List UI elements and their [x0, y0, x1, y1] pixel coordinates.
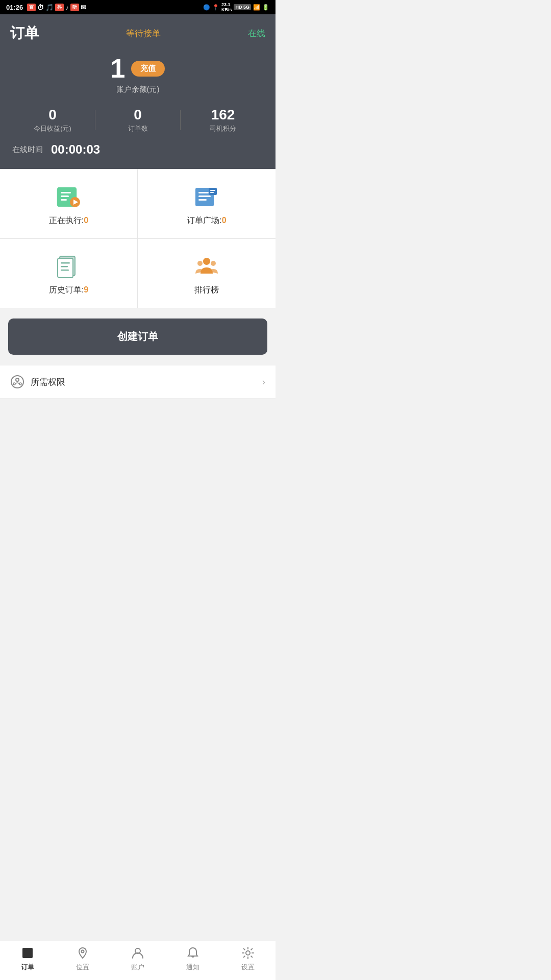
permissions-row[interactable]: 所需权限 › — [0, 365, 276, 399]
svg-rect-18 — [61, 266, 68, 267]
svg-point-26 — [19, 383, 21, 385]
ranking-icon — [193, 253, 220, 280]
chevron-right-icon: › — [262, 377, 265, 387]
online-time-row: 在线时间 00:00:03 — [10, 135, 265, 157]
executing-label: 正在执行:0 — [49, 215, 88, 226]
stat-points-label: 司机积分 — [210, 124, 236, 133]
grid-card-executing[interactable]: 正在执行:0 — [0, 169, 138, 239]
stat-points-value: 162 — [211, 107, 235, 123]
svg-point-25 — [13, 383, 15, 385]
history-label: 历史订单:9 — [49, 285, 88, 296]
create-order-button[interactable]: 创建订单 — [8, 318, 267, 355]
create-order-section: 创建订单 — [0, 308, 276, 365]
balance-row: 1 充值 — [111, 55, 165, 82]
page-title: 订单 — [10, 23, 39, 43]
balance-amount: 1 — [111, 55, 126, 82]
svg-rect-4 — [61, 199, 67, 201]
permissions-label: 所需权限 — [31, 376, 65, 388]
stat-earnings-value: 0 — [48, 107, 57, 123]
svg-rect-2 — [61, 192, 71, 193]
recharge-button[interactable]: 充值 — [131, 61, 165, 77]
svg-point-20 — [203, 258, 210, 265]
stat-order-label: 订单数 — [128, 124, 148, 133]
balance-label: 账户余额(元) — [116, 85, 160, 94]
svg-point-24 — [16, 378, 19, 381]
header-panel: 订单 等待接单 在线 1 充值 账户余额(元) 0 今日收益(元) 0 订单数 … — [0, 14, 276, 169]
status-time: 01:26 — [6, 4, 23, 11]
executing-icon — [56, 184, 82, 210]
svg-rect-19 — [61, 270, 69, 271]
gray-spacer — [0, 399, 276, 491]
order-square-icon — [193, 184, 220, 210]
header-top: 订单 等待接单 在线 — [10, 14, 265, 49]
online-time-label: 在线时间 — [12, 145, 43, 155]
svg-rect-8 — [198, 192, 209, 193]
order-square-label: 订单广场:0 — [187, 215, 226, 226]
status-bar: 01:26 百 ⏱ 🎵 抖 ♪ 听 ✉ 🔵 📍 23.1KB/s HD 5G 📶… — [0, 0, 276, 14]
notification-icons: 百 ⏱ 🎵 抖 ♪ 听 ✉ — [27, 4, 86, 11]
svg-rect-11 — [209, 188, 217, 195]
svg-rect-9 — [198, 195, 211, 197]
stat-today-earnings: 0 今日收益(元) — [10, 107, 95, 133]
svg-rect-17 — [61, 262, 70, 264]
nav-spacer — [0, 491, 276, 531]
permissions-icon — [10, 375, 24, 389]
svg-rect-16 — [58, 258, 73, 278]
svg-rect-13 — [210, 192, 214, 193]
grid-section: 正在执行:0 订单广场:0 历史订单:9 — [0, 169, 276, 308]
svg-point-21 — [197, 261, 203, 266]
status-right-icons: 🔵 📍 23.1KB/s HD 5G 📶 🔋 — [203, 2, 269, 12]
header-waiting-label: 等待接单 — [126, 28, 161, 39]
header-online-status: 在线 — [248, 28, 265, 39]
svg-rect-3 — [61, 195, 69, 197]
stats-row: 0 今日收益(元) 0 订单数 162 司机积分 — [10, 103, 265, 135]
balance-section: 1 充值 账户余额(元) — [10, 49, 265, 103]
grid-card-history[interactable]: 历史订单:9 — [0, 239, 138, 308]
stat-earnings-label: 今日收益(元) — [34, 124, 71, 133]
grid-card-order-square[interactable]: 订单广场:0 — [138, 169, 276, 239]
svg-point-22 — [211, 261, 216, 266]
ranking-label: 排行榜 — [194, 285, 219, 296]
stat-order-count: 0 订单数 — [95, 107, 180, 133]
stat-driver-points: 162 司机积分 — [181, 107, 265, 133]
grid-card-ranking[interactable]: 排行榜 — [138, 239, 276, 308]
stat-order-value: 0 — [134, 107, 142, 123]
svg-rect-10 — [198, 199, 207, 201]
online-time-value: 00:00:03 — [51, 142, 100, 157]
history-icon — [56, 253, 82, 280]
permissions-left: 所需权限 — [10, 375, 65, 389]
svg-rect-12 — [210, 190, 215, 191]
